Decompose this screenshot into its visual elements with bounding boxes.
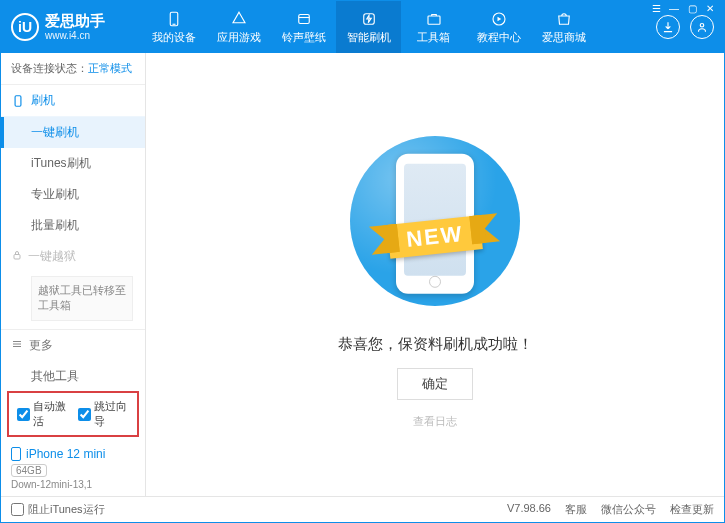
close-button[interactable]: ✕ (702, 3, 718, 14)
svg-rect-7 (15, 95, 21, 106)
sidebar-item-onekey-flash[interactable]: 一键刷机 (1, 117, 145, 148)
nav-label: 铃声壁纸 (282, 30, 326, 45)
sidebar: 设备连接状态：正常模式 刷机 一键刷机 iTunes刷机 专业刷机 批量刷机 一… (1, 53, 146, 496)
menu-icon (11, 338, 23, 353)
minimize-button[interactable]: — (666, 3, 682, 14)
connection-status: 设备连接状态：正常模式 (1, 53, 145, 85)
jailbreak-moved-note: 越狱工具已转移至 工具箱 (31, 276, 133, 321)
device-model: Down-12mini-13,1 (11, 479, 135, 490)
svg-point-6 (700, 24, 704, 28)
nav-apps[interactable]: 应用游戏 (206, 1, 271, 53)
sidebar-item-pro-flash[interactable]: 专业刷机 (1, 179, 145, 210)
nav-label: 爱思商城 (542, 30, 586, 45)
sidebar-cat-flash[interactable]: 刷机 (1, 85, 145, 117)
app-url: www.i4.cn (45, 30, 105, 41)
apps-icon (230, 10, 248, 28)
main-content: NEW 恭喜您，保资料刷机成功啦！ 确定 查看日志 (146, 53, 724, 496)
tutorial-icon (490, 10, 508, 28)
nav-label: 工具箱 (417, 30, 450, 45)
sidebar-item-itunes-flash[interactable]: iTunes刷机 (1, 148, 145, 179)
svg-rect-4 (428, 16, 440, 24)
window-controls: ☰ — ▢ ✕ (648, 3, 718, 14)
success-message: 恭喜您，保资料刷机成功啦！ (338, 335, 533, 354)
sidebar-item-other-tools[interactable]: 其他工具 (1, 361, 145, 387)
nav-tutorial[interactable]: 教程中心 (466, 1, 531, 53)
lock-icon (11, 249, 23, 264)
auto-activate-checkbox[interactable]: 自动激活 (17, 399, 68, 429)
success-illustration: NEW (335, 121, 535, 321)
settings-icon[interactable]: ☰ (648, 3, 664, 14)
logo-icon: iU (11, 13, 39, 41)
nav-flash[interactable]: 智能刷机 (336, 1, 401, 53)
app-name: 爱思助手 (45, 13, 105, 30)
nav-toolbox[interactable]: 工具箱 (401, 1, 466, 53)
footer: 阻止iTunes运行 V7.98.66 客服 微信公众号 检查更新 (1, 496, 724, 522)
device-storage: 64GB (11, 464, 47, 477)
nav-label: 我的设备 (152, 30, 196, 45)
sidebar-cat-more[interactable]: 更多 (1, 329, 145, 361)
nav-store[interactable]: 爱思商城 (531, 1, 596, 53)
nav-ringtone[interactable]: 铃声壁纸 (271, 1, 336, 53)
view-log-link[interactable]: 查看日志 (413, 414, 457, 429)
check-update-link[interactable]: 检查更新 (670, 502, 714, 517)
block-itunes-checkbox[interactable]: 阻止iTunes运行 (11, 502, 105, 517)
titlebar: iU 爱思助手 www.i4.cn 我的设备 应用游戏 铃声壁纸 智能刷机 (1, 1, 724, 53)
wechat-link[interactable]: 微信公众号 (601, 502, 656, 517)
phone-outline-icon (11, 94, 25, 108)
ok-button[interactable]: 确定 (397, 368, 473, 400)
main-nav: 我的设备 应用游戏 铃声壁纸 智能刷机 工具箱 教程中心 (141, 1, 656, 53)
app-logo: iU 爱思助手 www.i4.cn (11, 13, 141, 41)
flash-options-box: 自动激活 跳过向导 (7, 391, 139, 437)
nav-label: 智能刷机 (347, 30, 391, 45)
device-name: iPhone 12 mini (11, 447, 135, 461)
nav-my-device[interactable]: 我的设备 (141, 1, 206, 53)
store-icon (555, 10, 573, 28)
maximize-button[interactable]: ▢ (684, 3, 700, 14)
svg-rect-8 (14, 255, 20, 260)
svg-rect-2 (298, 14, 309, 23)
version-label: V7.98.66 (507, 502, 551, 517)
phone-icon (165, 10, 183, 28)
skip-guide-checkbox[interactable]: 跳过向导 (78, 399, 129, 429)
device-info[interactable]: iPhone 12 mini 64GB Down-12mini-13,1 (1, 441, 145, 496)
nav-label: 教程中心 (477, 30, 521, 45)
ringtone-icon (295, 10, 313, 28)
toolbox-icon (425, 10, 443, 28)
sidebar-item-batch-flash[interactable]: 批量刷机 (1, 210, 145, 241)
user-button[interactable] (690, 15, 714, 39)
flash-icon (360, 10, 378, 28)
customer-service-link[interactable]: 客服 (565, 502, 587, 517)
download-button[interactable] (656, 15, 680, 39)
sidebar-cat-jailbreak: 一键越狱 (1, 241, 145, 272)
nav-label: 应用游戏 (217, 30, 261, 45)
